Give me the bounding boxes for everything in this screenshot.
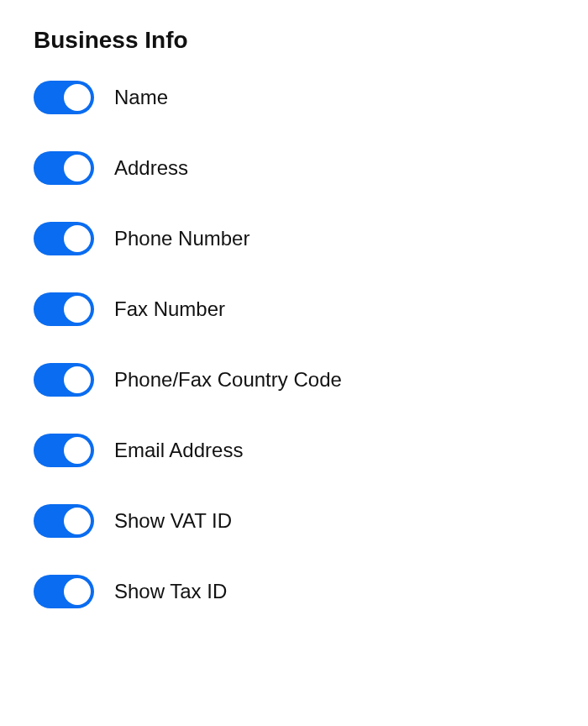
toggle-knob-icon <box>64 296 91 323</box>
toggle-label: Name <box>114 86 168 109</box>
toggle-row-show-vat-id: Show VAT ID <box>34 504 554 538</box>
toggle-email-address[interactable] <box>34 434 94 467</box>
toggle-row-phone-number: Phone Number <box>34 222 554 255</box>
toggle-row-fax-number: Fax Number <box>34 292 554 326</box>
toggle-row-address: Address <box>34 151 554 185</box>
toggle-label: Address <box>114 156 188 180</box>
toggle-label: Email Address <box>114 439 243 462</box>
toggle-knob-icon <box>64 155 91 182</box>
toggle-address[interactable] <box>34 151 94 185</box>
toggle-knob-icon <box>64 225 91 252</box>
toggle-name[interactable] <box>34 81 94 114</box>
toggle-list: Name Address Phone Number Fax Number Pho… <box>34 81 554 608</box>
toggle-row-phone-fax-country-code: Phone/Fax Country Code <box>34 363 554 397</box>
toggle-show-tax-id[interactable] <box>34 575 94 608</box>
toggle-knob-icon <box>64 437 91 464</box>
toggle-phone-fax-country-code[interactable] <box>34 363 94 397</box>
toggle-knob-icon <box>64 508 91 534</box>
toggle-label: Fax Number <box>114 297 225 321</box>
toggle-row-show-tax-id: Show Tax ID <box>34 575 554 608</box>
toggle-row-name: Name <box>34 81 554 114</box>
toggle-row-email-address: Email Address <box>34 434 554 467</box>
toggle-knob-icon <box>64 578 91 605</box>
toggle-label: Show VAT ID <box>114 509 232 533</box>
toggle-label: Show Tax ID <box>114 580 227 603</box>
toggle-label: Phone Number <box>114 227 249 250</box>
toggle-label: Phone/Fax Country Code <box>114 368 342 392</box>
toggle-fax-number[interactable] <box>34 292 94 326</box>
toggle-show-vat-id[interactable] <box>34 504 94 538</box>
toggle-knob-icon <box>64 84 91 111</box>
toggle-knob-icon <box>64 366 91 393</box>
toggle-phone-number[interactable] <box>34 222 94 255</box>
section-title: Business Info <box>34 27 554 54</box>
